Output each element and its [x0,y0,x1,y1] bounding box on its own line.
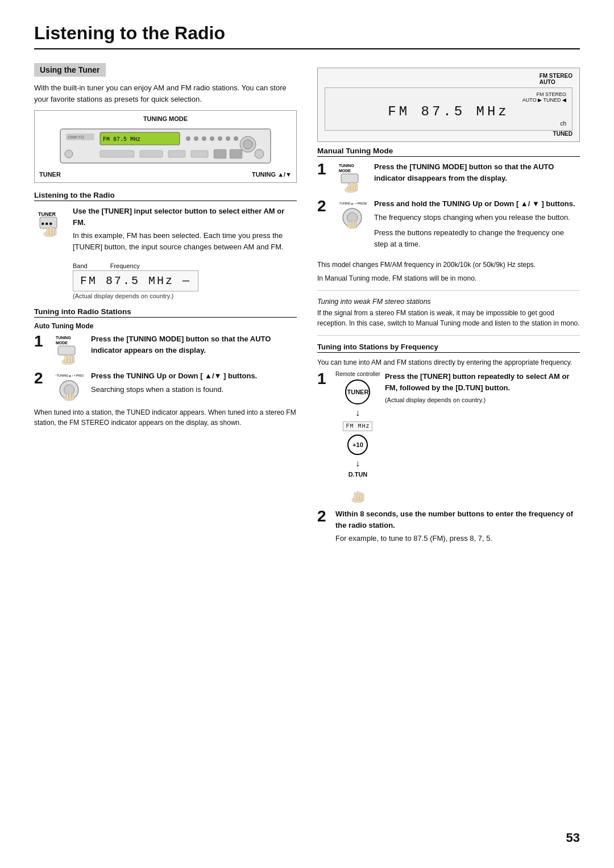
tuning-dial-icon: ↑TUNING▲↑ • PRESET • [55,370,84,402]
use-tuner-detail: In this example, FM has been selected. E… [73,230,297,252]
tuner-icon-area: TUNER ■ ■ ■ [34,206,68,237]
freq-step1-icon: Remote controller TUNER ↓ FM MHz +10 ↓ [335,371,380,503]
svg-rect-26 [47,227,49,235]
auto-step2-icon: ↑TUNING▲↑ • PRESET • [52,370,86,402]
svg-rect-63 [354,493,356,501]
frequency-label: Frequency [110,262,140,269]
auto-step2-bold: Press the TUNING Up or Down [ ▲/▼ ] butt… [91,372,257,380]
fm-display-right: FM STEREO AUTO FM STEREO AUTO ▶ TUNED ◀ … [317,68,580,142]
svg-rect-17 [168,151,185,157]
svg-rect-58 [352,220,355,228]
ch-label: ch [560,120,566,127]
svg-text:FM 87.5 MHz: FM 87.5 MHz [103,136,140,143]
svg-rect-42 [67,394,69,400]
auto-step2-text: Press the TUNING Up or Down [ ▲/▼ ] butt… [91,370,297,399]
auto-tuning-label: Auto Tuning Mode [34,322,297,330]
manual-step1-text: Press the [TUNING MODE] button so that t… [374,161,580,183]
freq-step2-text: Within 8 seconds, use the number buttons… [335,508,580,549]
fm-display-left: FM 87.5 MHz — [73,270,198,291]
freq-display: FM MHz [343,422,372,431]
manual-step1-number: 1 [317,161,331,177]
tuned-label: TUNED [325,131,572,137]
auto-step1-row: 1 TUNING MODE Press the [T [34,333,297,365]
svg-rect-59 [355,222,356,228]
auto-step2-number: 2 [34,370,48,386]
svg-text:ONKYO: ONKYO [68,135,84,140]
svg-point-11 [234,136,238,141]
freq-step1-number: 1 [317,371,331,387]
left-column: Using the Tuner With the built-in tuner … [34,63,297,557]
manual-step2-icon: ↑TUNING▲↑ • PRESET • [335,198,370,229]
svg-rect-57 [350,222,352,228]
freq-display-note: (Actual display depends on country.) [385,395,580,405]
svg-rect-50 [351,182,353,191]
use-tuner-bold: Use the [TUNER] input selector button to… [73,207,284,227]
tuning-mode-manual-icon: TUNING MODE [338,161,367,193]
fm-display-right-text: FM 87.5 MHz [331,104,566,119]
freq-step2-bold: Within 8 seconds, use the number buttons… [335,510,573,529]
listening-section: Listening to the Radio TUNER ■ ■ ■ [34,191,297,299]
svg-rect-29 [55,228,56,235]
hand-press-icon: TUNER ■ ■ ■ [37,206,65,237]
svg-rect-20 [230,149,242,158]
manual-step2-row: 2 ↑TUNING▲↑ • PRESET • Press and hold th… [317,198,580,254]
svg-rect-37 [73,356,74,363]
tuning-arrows-label: TUNING ▲/▼ [252,171,292,178]
svg-rect-49 [348,183,350,191]
band-label: Band [73,262,88,269]
svg-text:↓: ↓ [355,458,360,468]
manual-tuning-section: Manual Tuning Mode 1 TUNING MODE [317,147,580,549]
plus10-badge: +10 [347,435,368,455]
auto-step1-text: Press the [TUNING MODE] button so that t… [91,333,297,356]
svg-rect-15 [100,151,134,157]
manual-step2-text: Press and hold the TUNING Up or Down [ ▲… [374,198,580,254]
svg-text:TUNING: TUNING [339,164,354,168]
svg-point-10 [226,136,230,141]
fm-display-text: FM 87.5 MHz — [80,274,191,287]
listening-heading: Listening to the Radio [34,191,297,201]
dtun-label: D.TUN [349,471,368,478]
svg-point-14 [65,150,73,158]
hand-dtun-icon [346,480,369,503]
svg-point-8 [210,136,214,141]
svg-rect-52 [356,184,358,191]
remote-label: Remote controller [335,371,380,377]
freq-step1-row: 1 Remote controller TUNER ↓ FM MHz +10 [317,371,580,503]
svg-rect-64 [357,491,359,501]
svg-rect-18 [191,151,208,157]
auto-step2-row: 2 ↑TUNING▲↑ • PRESET • Press the TUNIN [34,370,297,402]
svg-rect-51 [354,183,356,191]
tuning-mode-icon: TUNING MODE [55,333,84,365]
svg-rect-66 [362,494,364,501]
tuning-freq-heading: Tuning into Stations by Frequency [317,343,580,353]
auto-step1-number: 1 [34,333,48,349]
tuner-label: TUNER [39,171,61,178]
freq-step2-number: 2 [317,508,331,524]
auto-step1-icon: TUNING MODE [52,333,86,365]
manual-tuning-heading: Manual Tuning Mode [317,147,580,157]
svg-text:↑TUNING▲↑ • PRESET •: ↑TUNING▲↑ • PRESET • [338,202,367,205]
manual-step1-icon: TUNING MODE [335,161,370,193]
note2: In Manual Tuning mode, FM stations will … [317,273,580,283]
svg-rect-36 [70,355,73,363]
manual-step1-row: 1 TUNING MODE Press the [TUNING MODE] b [317,161,580,193]
auto-step2-detail: Searching stops when a station is found. [91,384,297,395]
using-tuner-heading: Using the Tuner [34,63,106,77]
tuning-mode-box: TUNING MODE ONKYO FM 87.5 MHz [34,110,297,183]
svg-point-6 [194,136,198,141]
weak-fm-text: If the signal from a stereo FM station i… [317,308,580,328]
svg-point-7 [202,136,206,141]
display-note: (Actual display depends on country.) [73,293,297,299]
svg-text:MODE: MODE [339,169,351,173]
svg-point-13 [243,140,252,149]
manual-step2-detail1: The frequency stops changing when you re… [374,212,580,223]
svg-rect-27 [49,226,52,235]
svg-rect-34 [65,355,67,363]
intro-text: With the built-in tuner you can enjoy AM… [34,82,297,105]
divider2 [317,335,580,336]
freq-step2-row: 2 Within 8 seconds, use the number butto… [317,508,580,549]
svg-text:■ ■ ■: ■ ■ ■ [42,221,52,226]
manual-step2-detail2: Press the buttons repeatedly to change t… [374,227,580,249]
svg-rect-47 [341,174,358,183]
svg-rect-43 [69,393,72,400]
